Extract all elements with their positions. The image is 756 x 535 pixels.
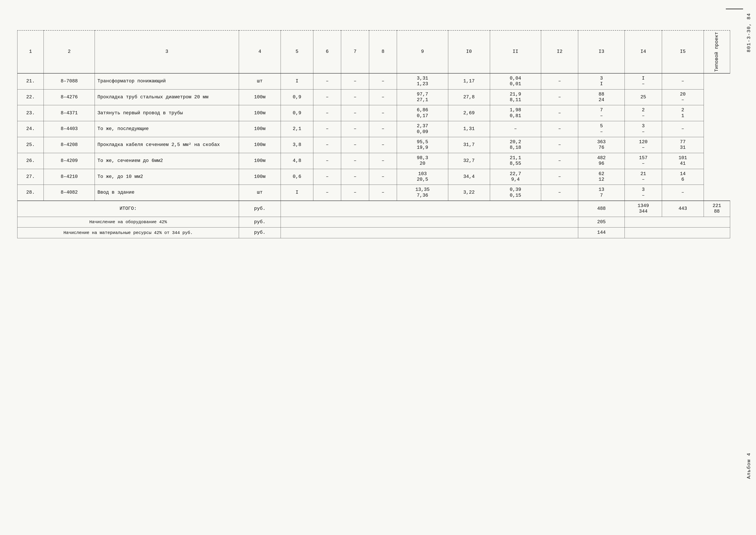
- row21-name: Трансформатор понижающий: [95, 73, 239, 89]
- row22-col13: 8824: [578, 89, 625, 105]
- row22-col6: –: [313, 89, 341, 105]
- row28-col13: 137: [578, 185, 625, 201]
- row26-code: 8–4209: [44, 153, 95, 169]
- nacislenie2-col12: 144: [578, 228, 625, 238]
- row21-col7: –: [341, 73, 369, 89]
- row21-col6: –: [313, 73, 341, 89]
- row28-col8: –: [369, 185, 397, 201]
- row23-num: 23.: [17, 105, 44, 121]
- row28-col11: 0,390,15: [490, 185, 541, 201]
- row21-code: 8–7088: [44, 73, 95, 89]
- row21-col5: I: [281, 73, 313, 89]
- col-header-5: 5: [281, 30, 313, 73]
- row27-num: 27.: [17, 169, 44, 185]
- row28-name: Ввод в здание: [95, 185, 239, 201]
- row22-col8: –: [369, 89, 397, 105]
- row25-col14: 120–: [625, 137, 662, 153]
- table-header-row: 1 2 3 4 5 6 7 8 9 I0 II I2 I3 I4 I5 Типо…: [17, 30, 730, 73]
- row27-col12: –: [541, 169, 578, 185]
- row22-col12: –: [541, 89, 578, 105]
- row27-col8: –: [369, 169, 397, 185]
- row23-col9: 6,860,17: [397, 105, 448, 121]
- nacislenie2-label: Начисление на материальные ресурсы 42% о…: [17, 228, 239, 238]
- col-header-10: I0: [448, 30, 490, 73]
- col-header-12: I2: [541, 30, 578, 73]
- row25-col15: 7731: [662, 137, 704, 153]
- row23-col7: –: [341, 105, 369, 121]
- row25-col9: 95,519,9: [397, 137, 448, 153]
- row24-col9: 2,370,09: [397, 121, 448, 137]
- nacislenie1-empty: [281, 217, 578, 228]
- table-row: 22. 8–4276 Прокладка труб стальных диаме…: [17, 89, 730, 105]
- total-col15: 22188: [704, 201, 730, 217]
- total-col14: 443: [662, 201, 704, 217]
- row27-col9: 10320,5: [397, 169, 448, 185]
- row27-col7: –: [341, 169, 369, 185]
- row24-name: То же, последующие: [95, 121, 239, 137]
- total-col12: 488: [578, 201, 625, 217]
- row24-col8: –: [369, 121, 397, 137]
- row28-col6: –: [313, 185, 341, 201]
- row22-code: 8–4276: [44, 89, 95, 105]
- row28-code: 8–4082: [44, 185, 95, 201]
- row22-num: 22.: [17, 89, 44, 105]
- nacislenie1-col12: 205: [578, 217, 625, 228]
- row23-col14: 2–: [625, 105, 662, 121]
- row25-col5: 3,8: [281, 137, 313, 153]
- row28-num: 28.: [17, 185, 44, 201]
- row28-col12: –: [541, 185, 578, 201]
- nacislenie1-row: Начисление на оборудование 42% руб. 205: [17, 217, 730, 228]
- table-row: 25. 8–4208 Прокладка кабеля сечением 2,5…: [17, 137, 730, 153]
- row26-name: То же, сечением до 6мм2: [95, 153, 239, 169]
- row23-col6: –: [313, 105, 341, 121]
- row22-col5: 0,9: [281, 89, 313, 105]
- row23-col11: 1,980,81: [490, 105, 541, 121]
- row22-col14: 25: [625, 89, 662, 105]
- row22-col9: 97,727,1: [397, 89, 448, 105]
- col-header-9: 9: [397, 30, 448, 73]
- row21-col11: 0,040,01: [490, 73, 541, 89]
- row26-col8: –: [369, 153, 397, 169]
- total-col13: 1349344: [625, 201, 662, 217]
- row23-col8: –: [369, 105, 397, 121]
- row21-col8: –: [369, 73, 397, 89]
- nacislenie2-row: Начисление на материальные ресурсы 42% о…: [17, 228, 730, 238]
- row21-col13: 3I: [578, 73, 625, 89]
- corner-decoration: [726, 9, 743, 9]
- row27-col14: 21–: [625, 169, 662, 185]
- row24-col15: –: [662, 121, 704, 137]
- row25-code: 8–4208: [44, 137, 95, 153]
- row26-col7: –: [341, 153, 369, 169]
- row27-col15: 146: [662, 169, 704, 185]
- col-header-11: II: [490, 30, 541, 73]
- row24-col10: 1,31: [448, 121, 490, 137]
- row24-num: 24.: [17, 121, 44, 137]
- col-header-13: I3: [578, 30, 625, 73]
- row26-col9: 98,320: [397, 153, 448, 169]
- row27-col10: 34,4: [448, 169, 490, 185]
- row25-unit: 100м: [239, 137, 281, 153]
- row25-num: 25.: [17, 137, 44, 153]
- row21-num: 21.: [17, 73, 44, 89]
- row26-col11: 21,18,55: [490, 153, 541, 169]
- row24-col7: –: [341, 121, 369, 137]
- total-unit: руб.: [239, 201, 281, 217]
- nacislenie1-unit: руб.: [239, 217, 281, 228]
- row23-name: Затянуть первый провод в трубы: [95, 105, 239, 121]
- col-header-1: 1: [17, 30, 44, 73]
- row26-col5: 4,8: [281, 153, 313, 169]
- col-header-2: 2: [44, 30, 95, 73]
- row28-col10: 3,22: [448, 185, 490, 201]
- col-header-4: 4: [239, 30, 281, 73]
- col-header-14: I4: [625, 30, 662, 73]
- main-table: 1 2 3 4 5 6 7 8 9 I0 II I2 I3 I4 I5 Типо…: [17, 30, 730, 238]
- row26-col14: 157–: [625, 153, 662, 169]
- row28-col14: 3–: [625, 185, 662, 201]
- row26-col13: 48296: [578, 153, 625, 169]
- row21-col10: 1,17: [448, 73, 490, 89]
- row27-col6: –: [313, 169, 341, 185]
- row28-col5: I: [281, 185, 313, 201]
- row26-unit: 100м: [239, 153, 281, 169]
- row22-col15: 20–: [662, 89, 704, 105]
- row22-col10: 27,8: [448, 89, 490, 105]
